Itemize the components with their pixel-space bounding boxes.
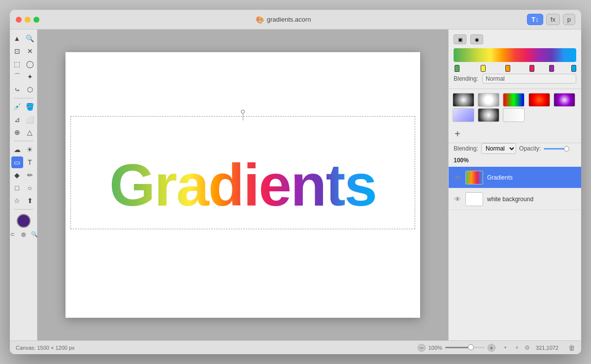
maximize-button[interactable] xyxy=(33,17,39,23)
eraser-tool[interactable]: ⬜ xyxy=(24,114,36,125)
sharpen-tool[interactable]: △ xyxy=(24,126,36,138)
gradient-stop-6[interactable] xyxy=(571,65,576,72)
pencil-tool[interactable]: ✏ xyxy=(24,169,36,181)
opacity-slider[interactable] xyxy=(544,148,568,150)
layer-thumb-white-img xyxy=(466,193,483,206)
close-button[interactable] xyxy=(16,17,22,23)
tool-row-1: ▲ 🔍 xyxy=(11,32,36,44)
gradient-linear-mode[interactable]: ▣ xyxy=(454,34,466,44)
coords-display: 321,1072 xyxy=(536,345,558,351)
gradient-stop-2[interactable] xyxy=(481,65,486,72)
toolbar-divider-2 xyxy=(14,141,33,141)
zoom-level: 100% xyxy=(428,345,442,351)
left-toolbar: ▲ 🔍 ⊡ ✕ ⬚ ◯ ⌒ ✦ ⤿ ⬡ 💉 🪣 xyxy=(10,30,37,340)
fx-button[interactable]: fx xyxy=(546,14,560,25)
blending-select[interactable]: Normal Multiply Screen xyxy=(482,74,576,84)
trash-icon[interactable]: 🗑 xyxy=(568,344,575,352)
opacity-label: Opacity: xyxy=(519,145,541,152)
preset-5[interactable] xyxy=(554,93,575,107)
tool-row-5: ⤿ ⬡ xyxy=(11,84,36,95)
zoom-controls: − 100% + xyxy=(418,344,495,352)
sun-tool[interactable]: ☀ xyxy=(24,144,36,155)
statusbar: Canvas: 1500 × 1200 px − 100% + • + ⚙ 32… xyxy=(10,340,581,354)
add-layer-status-button[interactable]: + xyxy=(515,344,519,351)
gradient-stop-3[interactable] xyxy=(505,65,510,72)
titlebar: 🎨 gradients.acorn T↕ fx p xyxy=(10,10,581,30)
rectangle-tool[interactable]: ▭ xyxy=(11,156,23,168)
gradient-radial-mode[interactable]: ◉ xyxy=(470,34,483,44)
polygon-tool[interactable]: ⬆ xyxy=(24,195,36,207)
small-icons-row: ⊂ ◍ 🔍 xyxy=(10,230,39,239)
oval-shape-tool[interactable]: ○ xyxy=(24,182,36,194)
rect-shape-tool[interactable]: □ xyxy=(11,182,23,194)
opacity-value: 100% xyxy=(454,157,469,164)
gradient-stops xyxy=(454,65,576,72)
status-divider: • xyxy=(504,344,506,351)
layer-name-1: Gradients xyxy=(487,174,513,181)
gradient-mode-row: ▣ ◉ xyxy=(454,34,576,44)
zoom-minus-button[interactable]: − xyxy=(418,344,426,352)
lasso-tool[interactable]: ⌒ xyxy=(11,71,23,83)
minimize-button[interactable] xyxy=(25,17,31,23)
layer-thumb-2 xyxy=(465,192,483,206)
paint-bucket-tool[interactable]: 🪣 xyxy=(24,101,36,113)
layer-visibility-2[interactable]: 👁 xyxy=(454,195,461,203)
layer-thumb-gradients-img xyxy=(466,171,483,184)
preset-1[interactable] xyxy=(453,93,474,107)
add-gradient-button[interactable]: + xyxy=(453,129,462,139)
canvas-info: Canvas: 1500 × 1200 px xyxy=(16,345,75,351)
preset-3[interactable] xyxy=(503,93,525,107)
transform-tool[interactable]: ✕ xyxy=(24,45,36,57)
arrow-tool[interactable]: ▲ xyxy=(11,32,23,44)
crop-tool[interactable]: ⊡ xyxy=(11,45,23,57)
layer-visibility-1[interactable]: 👁 xyxy=(454,174,461,182)
fill-tool[interactable]: ◆ xyxy=(11,169,23,181)
tool-row-12: □ ○ xyxy=(11,182,36,194)
blending-controls: Blending: Normal Multiply Screen Opacity… xyxy=(449,143,581,167)
select-color-tool[interactable]: ⬡ xyxy=(24,84,36,95)
main-layout: ▲ 🔍 ⊡ ✕ ⬚ ◯ ⌒ ✦ ⤿ ⬡ 💉 🪣 xyxy=(10,30,581,340)
rect-select-tool[interactable]: ⬚ xyxy=(11,58,23,70)
window-controls xyxy=(16,17,39,23)
zoom-plus-button[interactable]: + xyxy=(488,344,495,352)
circle-select-tool[interactable]: ◯ xyxy=(24,58,36,70)
zoom-tool[interactable]: 🔍 xyxy=(24,32,36,44)
zoom-slider-thumb xyxy=(468,344,474,350)
preset-8[interactable] xyxy=(503,108,525,122)
toolbar-divider-3 xyxy=(14,209,33,210)
text-tool-button[interactable]: T↕ xyxy=(527,14,543,25)
preset-2[interactable] xyxy=(478,93,499,107)
canvas-wrapper: Gradients xyxy=(66,52,420,318)
preset-7[interactable] xyxy=(478,108,499,122)
layers-list: 👁 Gradients 👁 white background xyxy=(449,167,581,340)
text-tool[interactable]: T xyxy=(24,156,36,168)
tool-row-8: ⊕ △ xyxy=(11,126,36,138)
clone-tool[interactable]: ⊕ xyxy=(11,126,23,138)
layer-row-white-bg[interactable]: 👁 white background xyxy=(449,188,581,210)
settings-icon[interactable]: ⚙ xyxy=(525,344,530,351)
gradient-stop-4[interactable] xyxy=(529,65,534,72)
magic-wand-tool[interactable]: ✦ xyxy=(24,71,36,83)
preset-4[interactable] xyxy=(528,93,550,107)
star-tool[interactable]: ☆ xyxy=(11,195,23,207)
file-icon: 🎨 xyxy=(256,16,264,24)
handle-circle[interactable] xyxy=(241,110,245,114)
gradient-tool[interactable]: ⊿ xyxy=(11,114,23,125)
handle-line xyxy=(243,114,243,121)
preset-6[interactable] xyxy=(453,108,474,122)
eyedropper-tool[interactable]: 💉 xyxy=(11,101,23,113)
layer-row-gradients[interactable]: 👁 Gradients xyxy=(449,167,581,188)
tool-row-10: ▭ T xyxy=(11,156,36,168)
layers-blending-select[interactable]: Normal Multiply Screen xyxy=(481,143,516,154)
swap-colors-icon[interactable]: ⊂ xyxy=(10,230,17,239)
shape-tool[interactable]: ☁ xyxy=(11,144,23,155)
tool-row-13: ☆ ⬆ xyxy=(11,195,36,207)
gradient-stop-5[interactable] xyxy=(549,65,554,72)
magic-lasso-tool[interactable]: ⤿ xyxy=(11,84,23,95)
gradient-stop-1[interactable] xyxy=(455,65,460,72)
zoom-slider[interactable] xyxy=(445,347,485,348)
canvas-area[interactable]: Gradients xyxy=(37,30,448,340)
params-button[interactable]: p xyxy=(563,14,575,25)
color-swatch[interactable] xyxy=(17,214,31,228)
circle-colors-icon[interactable]: ◍ xyxy=(19,230,28,239)
